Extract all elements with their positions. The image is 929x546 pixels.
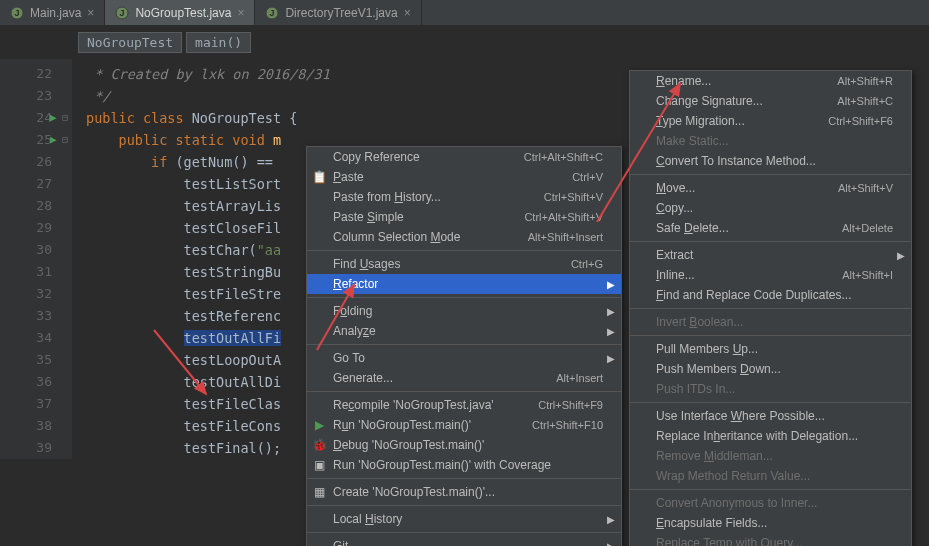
fold-icon[interactable]: ⊟ <box>62 129 68 151</box>
line-number: 32 <box>0 283 52 305</box>
menu-item[interactable]: Encapsulate Fields... <box>630 513 911 533</box>
menu-item[interactable]: Extract▶ <box>630 245 911 265</box>
menu-item-label: Generate... <box>333 371 528 385</box>
menu-item[interactable]: Recompile 'NoGroupTest.java'Ctrl+Shift+F… <box>307 395 621 415</box>
menu-item[interactable]: Pull Members Up... <box>630 339 911 359</box>
line-number: 37 <box>0 393 52 415</box>
svg-text:J: J <box>14 8 19 18</box>
code-area[interactable]: * Created by lxk on 2016/8/31 */public c… <box>72 59 330 459</box>
menu-item-label: Replace Inheritance with Delegation... <box>656 429 893 443</box>
editor-tabs: JMain.java×JNoGroupTest.java×JDirectoryT… <box>0 0 929 26</box>
menu-item-label: Push Members Down... <box>656 362 893 376</box>
menu-shortcut: Ctrl+V <box>572 171 603 183</box>
menu-item-label: Find Usages <box>333 257 543 271</box>
menu-item-label: Encapsulate Fields... <box>656 516 893 530</box>
submenu-arrow-icon: ▶ <box>607 353 615 364</box>
menu-item[interactable]: Refactor▶ <box>307 274 621 294</box>
menu-item[interactable]: Go To▶ <box>307 348 621 368</box>
menu-item-label: Push ITDs In... <box>656 382 893 396</box>
menu-item[interactable]: ▦Create 'NoGroupTest.main()'... <box>307 482 621 502</box>
code-line: if (getNum() == <box>86 151 330 173</box>
menu-item-label: Go To <box>333 351 603 365</box>
editor-tab[interactable]: JNoGroupTest.java× <box>105 0 255 25</box>
run-gutter-icon[interactable]: ▶ <box>50 129 57 151</box>
menu-item[interactable]: 🐞Debug 'NoGroupTest.main()' <box>307 435 621 455</box>
line-number: 35 <box>0 349 52 371</box>
menu-item[interactable]: ▶Run 'NoGroupTest.main()'Ctrl+Shift+F10 <box>307 415 621 435</box>
menu-item[interactable]: Replace Inheritance with Delegation... <box>630 426 911 446</box>
editor-tab[interactable]: JDirectoryTreeV1.java× <box>255 0 421 25</box>
menu-item[interactable]: Inline...Alt+Shift+I <box>630 265 911 285</box>
menu-item[interactable]: Convert To Instance Method... <box>630 151 911 171</box>
menu-item[interactable]: Find UsagesCtrl+G <box>307 254 621 274</box>
menu-item[interactable]: Use Interface Where Possible... <box>630 406 911 426</box>
code-line: public class NoGroupTest { <box>86 107 330 129</box>
paste-icon: 📋 <box>311 170 327 184</box>
code-line: testLoopOutA <box>86 349 330 371</box>
menu-item[interactable]: ▣Run 'NoGroupTest.main()' with Coverage <box>307 455 621 475</box>
menu-item[interactable]: 📋PasteCtrl+V <box>307 167 621 187</box>
menu-item[interactable]: Paste SimpleCtrl+Alt+Shift+V <box>307 207 621 227</box>
line-number: 22 <box>0 63 52 85</box>
menu-item-label: Run 'NoGroupTest.main()' with Coverage <box>333 458 603 472</box>
code-line: testOutAllFi <box>86 327 330 349</box>
menu-item-label: Extract <box>656 248 893 262</box>
menu-item[interactable]: Paste from History...Ctrl+Shift+V <box>307 187 621 207</box>
close-icon[interactable]: × <box>404 6 411 20</box>
context-menu: Copy ReferenceCtrl+Alt+Shift+C📋PasteCtrl… <box>306 146 622 546</box>
menu-shortcut: Ctrl+Shift+V <box>544 191 603 203</box>
menu-item[interactable]: Copy... <box>630 198 911 218</box>
menu-item-label: Git <box>333 539 603 546</box>
menu-item-label: Copy... <box>656 201 893 215</box>
menu-item[interactable]: Find and Replace Code Duplicates... <box>630 285 911 305</box>
menu-item[interactable]: Generate...Alt+Insert <box>307 368 621 388</box>
menu-item[interactable]: Git▶ <box>307 536 621 546</box>
menu-item[interactable]: Copy ReferenceCtrl+Alt+Shift+C <box>307 147 621 167</box>
run-gutter-icon[interactable]: ▶ <box>50 107 57 129</box>
menu-item-label: Inline... <box>656 268 814 282</box>
menu-separator <box>630 489 911 490</box>
menu-item-label: Paste <box>333 170 544 184</box>
menu-item: Wrap Method Return Value... <box>630 466 911 486</box>
code-line: testChar("aa <box>86 239 330 261</box>
close-icon[interactable]: × <box>87 6 94 20</box>
line-number: 34 <box>0 327 52 349</box>
tab-label: NoGroupTest.java <box>135 6 231 20</box>
svg-text:J: J <box>270 8 275 18</box>
menu-shortcut: Alt+Shift+C <box>837 95 893 107</box>
editor-tab[interactable]: JMain.java× <box>0 0 105 25</box>
menu-item[interactable]: Safe Delete...Alt+Delete <box>630 218 911 238</box>
menu-item[interactable]: Analyze▶ <box>307 321 621 341</box>
menu-item[interactable]: Change Signature...Alt+Shift+C <box>630 91 911 111</box>
svg-text:J: J <box>120 8 125 18</box>
menu-shortcut: Ctrl+Alt+Shift+V <box>524 211 603 223</box>
code-line: testCloseFil <box>86 217 330 239</box>
submenu-arrow-icon: ▶ <box>607 541 615 547</box>
menu-item-label: Convert To Instance Method... <box>656 154 893 168</box>
code-line: * Created by lxk on 2016/8/31 <box>86 63 330 85</box>
close-icon[interactable]: × <box>237 6 244 20</box>
code-line: */ <box>86 85 330 107</box>
submenu-arrow-icon: ▶ <box>897 250 905 261</box>
menu-item[interactable]: Push Members Down... <box>630 359 911 379</box>
menu-item-label: Local History <box>333 512 603 526</box>
menu-item[interactable]: Local History▶ <box>307 509 621 529</box>
breadcrumb-item[interactable]: main() <box>186 32 251 53</box>
menu-item[interactable]: Column Selection ModeAlt+Shift+Insert <box>307 227 621 247</box>
menu-separator <box>630 335 911 336</box>
code-line: testOutAllDi <box>86 371 330 393</box>
menu-item-label: Column Selection Mode <box>333 230 500 244</box>
menu-item[interactable]: Folding▶ <box>307 301 621 321</box>
menu-item-label: Run 'NoGroupTest.main()' <box>333 418 504 432</box>
code-line: testListSort <box>86 173 330 195</box>
breadcrumb-item[interactable]: NoGroupTest <box>78 32 182 53</box>
menu-item[interactable]: Type Migration...Ctrl+Shift+F6 <box>630 111 911 131</box>
menu-item-label: Change Signature... <box>656 94 809 108</box>
menu-item[interactable]: Move...Alt+Shift+V <box>630 178 911 198</box>
menu-shortcut: Alt+Shift+Insert <box>528 231 603 243</box>
menu-item[interactable]: Rename...Alt+Shift+R <box>630 71 911 91</box>
java-file-icon: J <box>115 6 129 20</box>
menu-separator <box>630 174 911 175</box>
fold-icon[interactable]: ⊟ <box>62 107 68 129</box>
line-number: 30 <box>0 239 52 261</box>
